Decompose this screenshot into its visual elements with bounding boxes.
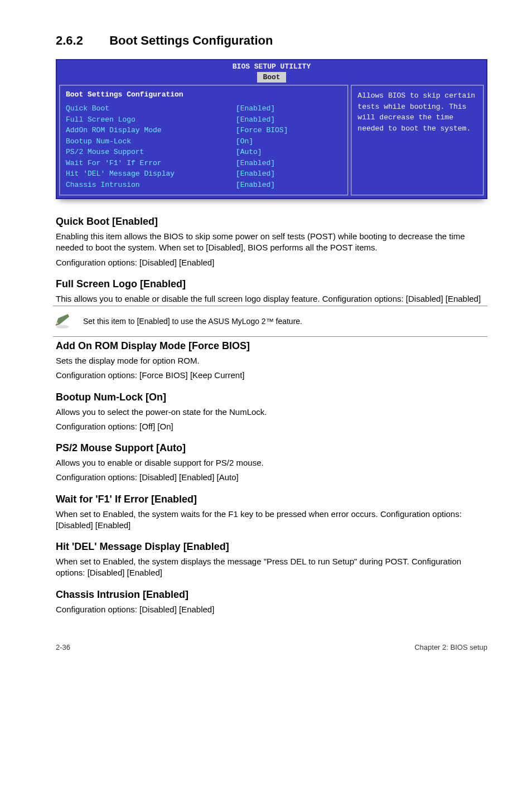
bios-row-value: [Auto] xyxy=(236,147,342,158)
bios-row-value: [Enabled] xyxy=(236,180,342,191)
item-title: PS/2 Mouse Support [Auto] xyxy=(56,442,487,454)
item-title: Bootup Num-Lock [On] xyxy=(56,392,487,403)
item-title: Full Screen Logo [Enabled] xyxy=(56,278,487,290)
svg-marker-1 xyxy=(56,314,69,325)
item-text: Allows you to enable or disable support … xyxy=(56,457,487,468)
bios-row-label: Full Screen Logo xyxy=(66,114,236,125)
bios-row: AddOn ROM Display Mode [Force BIOS] xyxy=(66,125,342,136)
svg-point-0 xyxy=(56,325,69,328)
item-title: Add On ROM Display Mode [Force BIOS] xyxy=(56,340,487,352)
item-text: Sets the display mode for option ROM. xyxy=(56,355,487,366)
note-callout: Set this item to [Enabled] to use the AS… xyxy=(53,306,487,337)
pencil-icon xyxy=(53,311,72,332)
bios-row-value: [Force BIOS] xyxy=(236,125,342,136)
bios-help-panel: Allows BIOS to skip certain tests while … xyxy=(351,85,484,196)
item-title: Quick Boot [Enabled] xyxy=(56,216,487,228)
footer-chapter: Chapter 2: BIOS setup xyxy=(414,643,487,651)
item-title: Wait for 'F1' If Error [Enabled] xyxy=(56,494,487,505)
item-text: Configuration options: [Disabled] [Enabl… xyxy=(56,472,487,483)
item-text: This allows you to enable or disable the… xyxy=(56,293,487,305)
bios-row: Chassis Intrusion [Enabled] xyxy=(66,180,342,191)
bios-panel-title: Boot Settings Configuration xyxy=(66,90,342,99)
bios-tab-boot: Boot xyxy=(257,72,286,83)
bios-header: BIOS SETUP UTILITY Boot xyxy=(57,60,486,83)
bios-help-text: Allows BIOS to skip certain tests while … xyxy=(357,90,477,134)
item-text: When set to Enabled, the system displays… xyxy=(56,556,487,579)
bios-row: Full Screen Logo [Enabled] xyxy=(66,114,342,125)
bios-row: Quick Boot [Enabled] xyxy=(66,103,342,114)
bios-row: Bootup Num-Lock [On] xyxy=(66,136,342,147)
item-text: Configuration options: [Disabled] [Enabl… xyxy=(56,257,487,268)
item-title: Chassis Intrusion [Enabled] xyxy=(56,589,487,601)
item-text: When set to Enabled, the system waits fo… xyxy=(56,509,487,532)
bios-row-label: Chassis Intrusion xyxy=(66,180,236,191)
bios-setup-panel: BIOS SETUP UTILITY Boot Boot Settings Co… xyxy=(56,59,487,199)
bios-row-label: Quick Boot xyxy=(66,103,236,114)
item-text: Enabling this item allows the BIOS to sk… xyxy=(56,231,487,254)
item-text: Configuration options: [Force BIOS] [Kee… xyxy=(56,370,487,381)
bios-row-label: Wait For 'F1' If Error xyxy=(66,158,236,169)
footer-page-number: 2-36 xyxy=(56,643,70,651)
section-title-text: Boot Settings Configuration xyxy=(109,33,273,47)
note-text: Set this item to [Enabled] to use the AS… xyxy=(83,317,302,326)
bios-utility-title: BIOS SETUP UTILITY xyxy=(57,62,486,71)
bios-row: Hit 'DEL' Message Display [Enabled] xyxy=(66,168,342,180)
bios-row-label: PS/2 Mouse Support xyxy=(66,147,236,158)
bios-row: PS/2 Mouse Support [Auto] xyxy=(66,147,342,158)
bios-row-label: AddOn ROM Display Mode xyxy=(66,125,236,136)
page-footer: 2-36 Chapter 2: BIOS setup xyxy=(56,643,487,651)
item-text: Configuration options: [Disabled] [Enabl… xyxy=(56,604,487,615)
item-text: Configuration options: [Off] [On] xyxy=(56,421,487,432)
bios-row-value: [Enabled] xyxy=(236,103,342,114)
section-number: 2.6.2 xyxy=(56,33,106,48)
bios-row-label: Hit 'DEL' Message Display xyxy=(66,168,236,180)
section-heading: 2.6.2 Boot Settings Configuration xyxy=(56,33,487,48)
bios-row: Wait For 'F1' If Error [Enabled] xyxy=(66,158,342,169)
item-title: Hit 'DEL' Message Display [Enabled] xyxy=(56,541,487,553)
bios-row-value: [Enabled] xyxy=(236,158,342,169)
bios-row-value: [On] xyxy=(236,136,342,147)
bios-row-value: [Enabled] xyxy=(236,114,342,125)
bios-settings-list: Boot Settings Configuration Quick Boot [… xyxy=(59,85,349,196)
item-text: Allows you to select the power-on state … xyxy=(56,407,487,418)
bios-row-value: [Enabled] xyxy=(236,168,342,180)
bios-row-label: Bootup Num-Lock xyxy=(66,136,236,147)
